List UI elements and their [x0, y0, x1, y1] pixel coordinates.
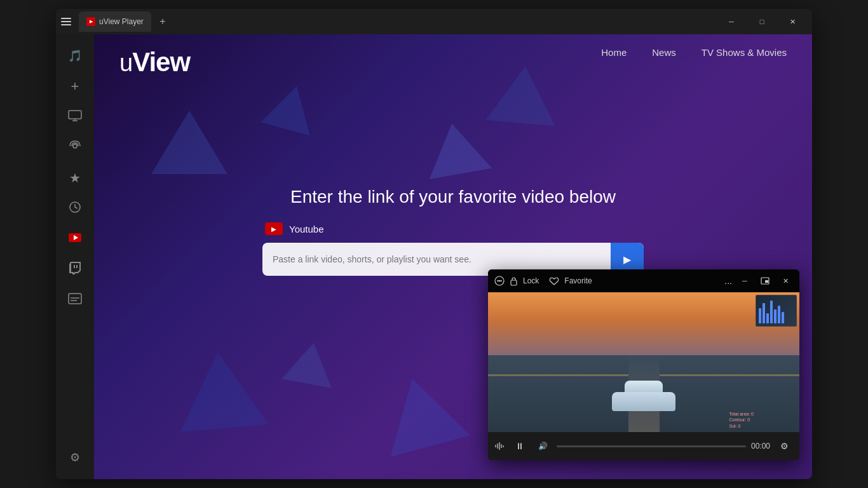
youtube-source-text: Youtube	[289, 224, 324, 234]
history-icon	[69, 201, 81, 217]
tab-favicon-icon	[86, 17, 95, 26]
app-logo: uView	[119, 47, 190, 78]
mini-player-header: Lock Favorite ... ─	[488, 269, 799, 292]
svg-rect-16	[511, 280, 517, 285]
star-icon: ★	[69, 170, 81, 186]
sidebar-item-favorites[interactable]: ★	[61, 164, 89, 192]
mini-volume-button[interactable]: 🔊	[534, 437, 552, 455]
hero-title: Enter the link of your favorite video be…	[262, 187, 644, 207]
svg-rect-9	[69, 294, 81, 304]
sidebar-item-subtitle[interactable]	[61, 286, 89, 314]
mini-settings-button[interactable]: ⚙	[775, 437, 793, 455]
svg-rect-20	[497, 444, 498, 449]
main-content: uView Home News TV Shows & Movies Enter …	[94, 34, 812, 479]
hero-section: Enter the link of your favorite video be…	[262, 187, 644, 276]
mini-thumbnail	[756, 295, 797, 327]
sidebar-item-add[interactable]: +	[61, 72, 89, 100]
subtitle-icon	[68, 293, 82, 308]
mini-video-area: Total area: 0 Contour: 0 Sol: 0	[488, 292, 799, 432]
sidebar-item-media-library[interactable]: 🎵	[61, 42, 89, 70]
tab-title: uView Player	[99, 17, 144, 26]
titlebar: uView Player + ─ □ ✕	[56, 9, 812, 34]
app-body: 🎵 +	[56, 34, 812, 479]
sidebar: 🎵 +	[56, 34, 94, 479]
close-button[interactable]: ✕	[778, 11, 807, 32]
mini-overlay-stats: Total area: 0 Contour: 0 Sol: 0	[729, 411, 754, 430]
media-library-icon: 🎵	[68, 49, 82, 63]
mini-player: Lock Favorite ... ─	[488, 269, 799, 460]
svg-rect-0	[69, 111, 81, 119]
youtube-icon	[68, 233, 82, 246]
mini-pause-button[interactable]: ⏸	[511, 437, 529, 455]
navigation-bar: Home News TV Shows & Movies	[576, 34, 812, 71]
add-icon: +	[71, 78, 79, 95]
logo-view-text: View	[132, 47, 190, 77]
svg-point-13	[497, 280, 498, 281]
mini-more-icon[interactable]: ...	[724, 276, 732, 286]
svg-rect-22	[501, 444, 502, 448]
svg-rect-7	[74, 265, 75, 268]
mini-favorite-label: Favorite	[564, 276, 592, 285]
browser-tab[interactable]: uView Player	[79, 11, 151, 32]
sidebar-item-settings[interactable]: ⚙	[61, 444, 89, 471]
waveform-icon	[494, 442, 506, 451]
nav-home-link[interactable]: Home	[601, 47, 627, 58]
svg-point-15	[500, 280, 501, 281]
minimize-button[interactable]: ─	[717, 11, 746, 32]
sidebar-item-history[interactable]	[61, 194, 89, 222]
thumbnail-graph	[756, 295, 796, 326]
sky-background	[488, 292, 799, 362]
nav-news-link[interactable]: News	[652, 47, 676, 58]
radio-icon	[68, 139, 82, 156]
mini-minimize-button[interactable]: ─	[737, 273, 752, 288]
svg-rect-23	[503, 445, 504, 447]
youtube-logo-icon	[265, 222, 283, 235]
screen-icon	[68, 110, 82, 125]
mini-player-footer: ⏸ 🔊 00:00 ⚙	[488, 432, 799, 460]
logo-u-text: u	[119, 50, 132, 76]
svg-point-3	[73, 144, 77, 148]
twitch-icon	[69, 262, 81, 278]
nav-tv-shows-link[interactable]: TV Shows & Movies	[702, 47, 787, 58]
add-tab-button[interactable]: +	[154, 13, 172, 30]
sidebar-item-radio[interactable]	[61, 133, 89, 161]
mini-favorite-icon[interactable]	[549, 276, 559, 286]
maximize-button[interactable]: □	[747, 11, 776, 32]
mini-lock-icon[interactable]	[510, 276, 518, 286]
sidebar-item-youtube[interactable]	[61, 225, 89, 253]
mini-pip-button[interactable]	[757, 273, 773, 288]
svg-rect-8	[76, 265, 78, 268]
app-window: uView Player + ─ □ ✕ 🎵 +	[56, 9, 812, 479]
mini-chat-icon[interactable]	[494, 276, 505, 286]
window-controls: ─ □ ✕	[717, 11, 807, 32]
sidebar-item-twitch[interactable]	[61, 255, 89, 283]
svg-rect-19	[495, 445, 496, 447]
mini-close-button[interactable]: ✕	[778, 273, 793, 288]
mini-time-display: 00:00	[751, 442, 770, 451]
hamburger-menu-icon[interactable]	[61, 15, 74, 28]
mini-lock-label: Lock	[523, 276, 539, 285]
svg-rect-18	[765, 280, 768, 283]
car-shape	[612, 379, 675, 411]
settings-icon: ⚙	[70, 451, 80, 464]
sidebar-item-screen[interactable]	[61, 103, 89, 131]
svg-point-14	[499, 280, 500, 281]
youtube-source-label: Youtube	[262, 222, 644, 235]
svg-rect-21	[499, 442, 500, 450]
mini-progress-bar[interactable]	[557, 445, 746, 447]
